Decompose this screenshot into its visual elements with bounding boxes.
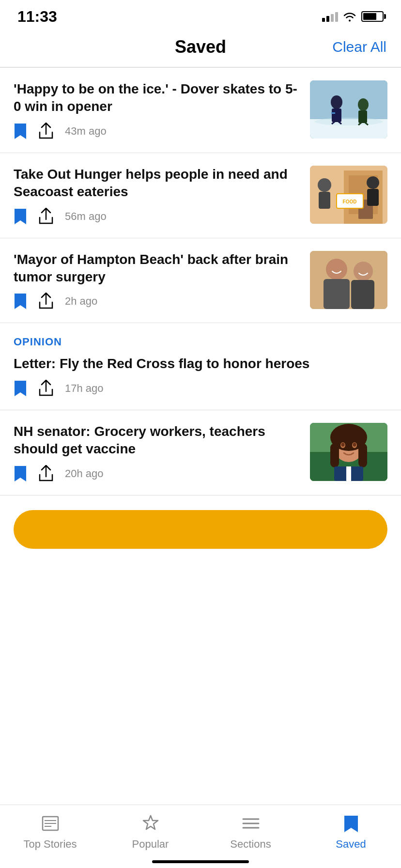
svg-point-16 [318,178,331,192]
news-list: 'Happy to be on the ice.' - Dover skates… [0,67,401,496]
svg-point-8 [358,98,369,111]
article-actions: 20h ago [14,465,302,482]
article-actions: 56m ago [14,208,302,225]
nav-label-top-stories: Top Stories [23,838,77,851]
sections-icon [240,813,262,834]
cta-banner[interactable] [14,510,387,549]
article-title: Letter: Fly the Red Cross flag to honor … [14,355,387,372]
svg-rect-19 [367,189,379,206]
status-icons [322,11,384,22]
nav-label-popular: Popular [132,838,169,851]
status-bar: 11:33 [0,0,401,29]
signal-icon [322,11,338,22]
list-item[interactable]: OPINION Letter: Fly the Red Cross flag t… [0,323,401,410]
article-category: OPINION [14,336,387,348]
status-time: 11:33 [17,8,57,26]
nav-item-sections[interactable]: Sections [217,813,285,851]
home-indicator [152,860,249,863]
top-stories-icon [40,813,61,834]
share-icon[interactable] [38,293,54,310]
svg-rect-5 [331,112,335,114]
list-item[interactable]: 'Happy to be on the ice.' - Dover skates… [0,68,401,153]
article-title: Take Out Hunger helps people in need and… [14,166,302,201]
svg-point-2 [315,118,383,125]
article-actions: 2h ago [14,293,302,310]
svg-rect-17 [319,192,330,209]
list-item[interactable]: 'Mayor of Hampton Beach' back after brai… [0,238,401,324]
article-content: 'Mayor of Hampton Beach' back after brai… [14,251,302,310]
svg-rect-26 [351,280,374,309]
svg-point-36 [353,443,356,447]
share-icon[interactable] [38,208,54,225]
article-time: 43m ago [65,125,107,138]
article-actions: 17h ago [14,380,387,397]
article-image [310,80,387,139]
bookmark-icon[interactable] [14,465,27,482]
svg-point-25 [354,262,373,281]
article-content: OPINION Letter: Fly the Red Cross flag t… [14,336,387,397]
header: Saved Clear All [0,29,401,67]
nav-label-sections: Sections [230,838,271,851]
article-image: FOOD [310,166,387,224]
article-content: 'Happy to be on the ice.' - Dover skates… [14,80,302,140]
nav-item-popular[interactable]: Popular [117,813,185,851]
svg-text:FOOD: FOOD [343,199,357,204]
svg-rect-31 [330,443,339,467]
nav-label-saved: Saved [336,838,366,851]
article-title: 'Mayor of Hampton Beach' back after brai… [14,251,302,286]
page-title: Saved [175,37,226,57]
article-time: 2h ago [65,295,97,308]
share-icon[interactable] [38,123,54,140]
bottom-nav: Top Stories Popular Sections Saved [0,805,401,868]
article-time: 17h ago [65,382,104,395]
nav-item-saved[interactable]: Saved [317,813,385,851]
wifi-icon [343,11,356,22]
article-time: 20h ago [65,467,104,480]
nav-item-top-stories[interactable]: Top Stories [16,813,84,851]
list-item[interactable]: NH senator: Grocery workers, teachers sh… [0,410,401,496]
svg-point-23 [326,259,347,280]
list-item[interactable]: Take Out Hunger helps people in need and… [0,153,401,238]
share-icon[interactable] [38,465,54,482]
article-title: 'Happy to be on the ice.' - Dover skates… [14,80,302,116]
share-icon[interactable] [38,380,54,397]
clear-all-button[interactable]: Clear All [332,39,386,55]
article-title: NH senator: Grocery workers, teachers sh… [14,423,302,458]
battery-icon [361,11,384,22]
svg-rect-24 [324,279,350,309]
bookmark-icon[interactable] [14,380,27,397]
article-image [310,423,387,481]
bookmark-icon[interactable] [14,208,27,225]
article-time: 56m ago [65,210,107,223]
article-actions: 43m ago [14,123,302,140]
svg-point-18 [367,176,379,189]
popular-icon [140,813,161,834]
bookmark-icon[interactable] [14,123,27,140]
svg-rect-4 [332,108,341,122]
saved-icon [340,813,362,834]
article-content: Take Out Hunger helps people in need and… [14,166,302,225]
svg-point-3 [331,95,342,109]
bookmark-icon[interactable] [14,293,27,310]
svg-rect-32 [358,443,367,467]
article-content: NH senator: Grocery workers, teachers sh… [14,423,302,482]
article-image [310,251,387,309]
svg-rect-38 [346,466,351,481]
svg-point-35 [341,443,345,447]
